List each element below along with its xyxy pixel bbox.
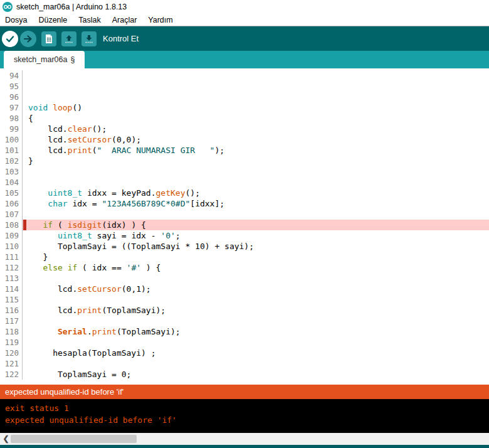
code-line[interactable]: 97void loop(): [0, 102, 489, 113]
code-line[interactable]: 107: [0, 209, 489, 220]
line-number: 103: [0, 166, 23, 177]
code-line[interactable]: 111 }: [0, 252, 489, 262]
line-number: 113: [0, 273, 23, 284]
line-number: 114: [0, 284, 23, 294]
menu-dosya[interactable]: Dosya: [5, 16, 27, 24]
code-line[interactable]: 94: [0, 70, 489, 81]
line-number: 106: [0, 198, 23, 209]
line-number: 117: [0, 316, 23, 326]
code-line[interactable]: 108 if ( isdigit(idx) ) {: [0, 220, 489, 230]
line-number: 116: [0, 305, 23, 316]
line-number: 122: [0, 369, 23, 380]
code-line[interactable]: 118 Serial.print(ToplamSayi);: [0, 326, 489, 337]
line-number: 102: [0, 156, 23, 166]
code-text: uint8_t sayi = idx - '0';: [23, 230, 181, 241]
code-text: [23, 177, 28, 188]
code-line[interactable]: 101 lcd.print(" ARAC NUMARASI GIR ");: [0, 145, 489, 156]
line-number: 115: [0, 294, 23, 305]
code-line[interactable]: 117: [0, 316, 489, 326]
code-text: lcd.print(ToplamSayi);: [23, 305, 166, 316]
bottom-status-strip: [0, 445, 489, 448]
line-number: 107: [0, 209, 23, 220]
code-line[interactable]: 99 lcd.clear();: [0, 124, 489, 134]
error-status-message: expected unqualified-id before 'if': [5, 387, 124, 397]
code-line[interactable]: 103: [0, 166, 489, 177]
code-line[interactable]: 115: [0, 294, 489, 305]
code-text: }: [23, 252, 48, 262]
code-text: [23, 81, 28, 92]
code-line[interactable]: 116 lcd.print(ToplamSayi);: [0, 305, 489, 316]
code-line[interactable]: 109 uint8_t sayi = idx - '0';: [0, 230, 489, 241]
code-line[interactable]: 122 ToplamSayi = 0;: [0, 369, 489, 380]
code-line[interactable]: 100 lcd.setCursor(0,0);: [0, 134, 489, 145]
code-text: Serial.print(ToplamSayi);: [23, 326, 181, 337]
line-number: 108: [0, 220, 23, 230]
code-text: else if ( idx == '#' ) {: [23, 262, 160, 273]
code-text: [23, 294, 28, 305]
code-text: lcd.setCursor(0,0);: [23, 134, 141, 145]
tab-modified-indicator: §: [70, 55, 75, 64]
code-line[interactable]: 121: [0, 358, 489, 369]
line-number: 109: [0, 230, 23, 241]
code-text: void loop(): [23, 102, 82, 113]
menu-duzenle[interactable]: Düzenle: [38, 16, 67, 24]
code-line[interactable]: 110 ToplamSayi = ((ToplamSayi * 10) + sa…: [0, 241, 489, 252]
console-line: exit status 1: [5, 402, 484, 414]
open-sketch-button[interactable]: [61, 31, 76, 46]
tab-label: sketch_mar06a: [14, 55, 67, 64]
code-text: [23, 209, 28, 220]
code-text: {: [23, 113, 33, 124]
code-line[interactable]: 98{: [0, 113, 489, 124]
arrow-up-icon: [63, 33, 75, 45]
verify-button[interactable]: [2, 31, 18, 47]
tab-bar: sketch_mar06a §: [0, 51, 489, 68]
window-title: sketch_mar06a | Arduino 1.8.13: [16, 3, 127, 11]
code-editor[interactable]: 94959697void loop()98{99 lcd.clear();100…: [0, 68, 489, 385]
code-line[interactable]: 113: [0, 273, 489, 284]
code-line[interactable]: 102}: [0, 156, 489, 166]
line-number: 120: [0, 348, 23, 358]
tab-sketch-mar06a[interactable]: sketch_mar06a §: [4, 51, 85, 68]
line-number: 100: [0, 134, 23, 145]
upload-button[interactable]: [20, 31, 36, 47]
menu-yardim[interactable]: Yardım: [148, 16, 172, 24]
arduino-logo-icon: [3, 2, 13, 12]
line-number: 95: [0, 81, 23, 92]
code-line[interactable]: 95: [0, 81, 489, 92]
line-number: 98: [0, 113, 23, 124]
code-line[interactable]: 106 char idx = "123A456B789C*0#D"[idxx];: [0, 198, 489, 209]
code-line[interactable]: 96: [0, 92, 489, 102]
code-text: [23, 92, 28, 102]
line-number: 94: [0, 70, 23, 81]
arrow-right-icon: [23, 33, 34, 45]
code-line[interactable]: 104: [0, 177, 489, 188]
code-text: hesapla(ToplamSayi) ;: [23, 348, 156, 358]
line-number: 110: [0, 241, 23, 252]
line-number: 99: [0, 124, 23, 134]
code-line[interactable]: 105 uint8_t idxx = keyPad.getKey();: [0, 188, 489, 198]
line-number: 111: [0, 252, 23, 262]
code-line[interactable]: 119: [0, 337, 489, 348]
code-line[interactable]: 120 hesapla(ToplamSayi) ;: [0, 348, 489, 358]
code-text: }: [23, 156, 33, 166]
line-number: 118: [0, 326, 23, 337]
line-number: 97: [0, 102, 23, 113]
code-text: ToplamSayi = ((ToplamSayi * 10) + sayi);: [23, 241, 254, 252]
code-text: uint8_t idxx = keyPad.getKey();: [23, 188, 200, 198]
title-bar: sketch_mar06a | Arduino 1.8.13: [0, 0, 489, 14]
scroll-left-icon[interactable]: ❮: [1, 434, 11, 444]
menu-araclar[interactable]: Araçlar: [112, 16, 137, 24]
toolbar: Kontrol Et: [0, 26, 489, 51]
arrow-down-icon: [83, 33, 95, 45]
code-line[interactable]: 114 lcd.setCursor(0,1);: [0, 284, 489, 294]
save-sketch-button[interactable]: [82, 31, 97, 46]
scrollbar-thumb[interactable]: [11, 435, 137, 443]
code-text: lcd.setCursor(0,1);: [23, 284, 151, 294]
menu-taslak[interactable]: Taslak: [78, 16, 100, 24]
check-icon: [4, 33, 16, 45]
console-horizontal-scrollbar: ❮: [0, 433, 489, 445]
console-output: exit status 1 expected unqualified-id be…: [0, 399, 489, 433]
line-number: 121: [0, 358, 23, 369]
new-sketch-button[interactable]: [41, 31, 56, 46]
code-line[interactable]: 112 else if ( idx == '#' ) {: [0, 262, 489, 273]
